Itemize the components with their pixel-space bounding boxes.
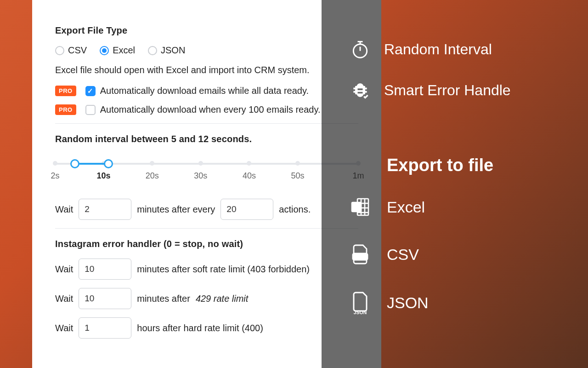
slider-tick	[150, 161, 154, 166]
rate-limit-label2: 429 rate limit	[196, 293, 249, 304]
radio-csv-label: CSV	[68, 45, 87, 56]
random-interval-title: Random interval between 5 and 12 seconds…	[55, 134, 358, 144]
auto-download-batch-checkbox[interactable]	[85, 105, 96, 115]
slider-label: 40s	[243, 171, 256, 181]
soft-limit-label: minutes after soft rate limit (403 forbi…	[137, 264, 310, 275]
pro-badge: PRO	[55, 104, 76, 115]
auto-download-all-row: PRO Automatically download emails while …	[55, 86, 358, 96]
slider-handle-min[interactable]	[70, 159, 79, 168]
svg-text:X: X	[354, 203, 359, 211]
export-csv-label: CSV	[387, 246, 419, 264]
radio-csv[interactable]: CSV	[55, 45, 87, 56]
auto-download-batch-label: Automatically download when every 100 em…	[100, 104, 321, 115]
export-json-label: JSON	[387, 294, 429, 312]
error-handler-title: Instagram error handler (0 = stop, no wa…	[55, 239, 358, 249]
wait-actions-row: Wait minutes after every actions.	[55, 199, 358, 220]
radio-circle-icon	[55, 46, 64, 55]
slider-label: 30s	[194, 171, 207, 181]
svg-text:JSON: JSON	[354, 310, 367, 315]
slider-tick	[53, 161, 57, 166]
pro-badge: PRO	[55, 86, 76, 96]
hard-limit-row: Wait hours after hard rate limit (400)	[55, 317, 358, 339]
csv-file-icon: CSV	[349, 243, 371, 265]
soft-limit-input[interactable]	[79, 259, 131, 280]
radio-excel-label: Excel	[113, 45, 135, 56]
hard-limit-label: hours after hard rate limit (400)	[137, 323, 263, 334]
feature-smart-error: Smart Error Handle	[349, 80, 579, 100]
hard-limit-input[interactable]	[79, 317, 131, 339]
excel-file-icon: X	[349, 196, 371, 218]
auto-download-all-label: Automatically download emails while all …	[100, 86, 309, 96]
divider	[55, 123, 358, 124]
slider-label: 20s	[146, 171, 159, 181]
rate-limit-row: Wait minutes after 429 rate limit	[55, 288, 358, 309]
feature-sidebar: Random Interval Smart Error Handle Expor…	[349, 39, 579, 340]
radio-circle-icon	[148, 46, 157, 55]
minutes-after-every-label: minutes after every	[137, 204, 215, 215]
actions-label: actions.	[279, 204, 311, 215]
export-excel-row: X Excel	[349, 196, 579, 218]
radio-excel[interactable]: Excel	[100, 45, 135, 56]
slider-tick	[198, 161, 203, 166]
radio-json-label: JSON	[161, 45, 185, 56]
wait-minutes-input[interactable]	[79, 199, 131, 220]
wait-label: Wait	[55, 293, 73, 304]
feature-random-label: Random Interval	[384, 41, 492, 58]
bug-check-icon	[349, 80, 371, 100]
wait-label: Wait	[55, 204, 73, 215]
every-actions-input[interactable]	[220, 199, 273, 220]
export-type-radio-group: CSV Excel JSON	[55, 45, 358, 56]
stopwatch-icon	[349, 39, 371, 59]
slider-tick	[247, 161, 251, 166]
export-file-type-title: Export File Type	[55, 25, 358, 36]
auto-download-batch-row: PRO Automatically download when every 10…	[55, 104, 358, 115]
feature-random-interval: Random Interval	[349, 39, 579, 59]
wait-label: Wait	[55, 323, 73, 334]
radio-circle-icon	[100, 46, 109, 55]
rate-limit-label1: minutes after	[137, 293, 190, 304]
export-hint: Excel file should open with Excel and im…	[55, 65, 358, 75]
slider-label: 10s	[97, 171, 111, 181]
json-file-icon: JSON	[349, 291, 371, 315]
export-to-file-heading: Export to file	[387, 155, 579, 175]
export-csv-row: CSV CSV	[349, 243, 579, 265]
divider	[55, 228, 358, 229]
auto-download-all-checkbox[interactable]	[85, 86, 96, 96]
slider-handle-max[interactable]	[104, 159, 113, 168]
interval-slider[interactable]: 2s 10s 20s 30s 40s 50s 1m	[55, 158, 358, 190]
rate-limit-input[interactable]	[79, 288, 131, 309]
feature-smart-label: Smart Error Handle	[384, 82, 511, 99]
slider-label: 50s	[291, 171, 304, 181]
slider-tick	[295, 161, 300, 166]
radio-json[interactable]: JSON	[148, 45, 185, 56]
svg-text:CSV: CSV	[355, 254, 365, 259]
wait-label: Wait	[55, 264, 73, 275]
export-json-row: JSON JSON	[349, 291, 579, 315]
slider-label: 2s	[51, 171, 59, 181]
soft-limit-row: Wait minutes after soft rate limit (403 …	[55, 259, 358, 280]
export-excel-label: Excel	[387, 198, 425, 216]
